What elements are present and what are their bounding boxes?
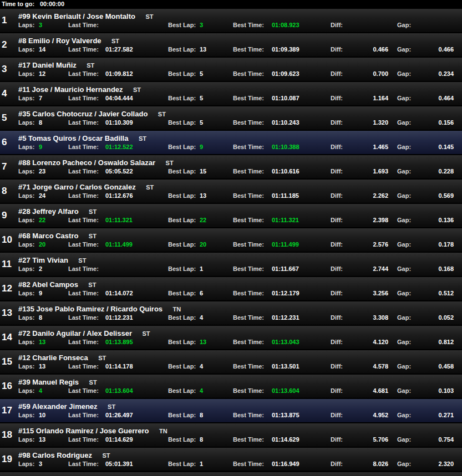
last-time-value: 01:14.178	[105, 363, 133, 370]
last-time-value: 01:12.676	[105, 192, 133, 199]
standings-row[interactable]: 11 #27 Tim Vivian ST Laps: 2 Last Time: …	[0, 253, 462, 276]
laps-label: Laps:	[18, 119, 34, 126]
last-time-label: Last Time:	[68, 290, 99, 296]
diff-value: 1.320	[337, 119, 388, 126]
position-label: 3	[2, 64, 7, 75]
standings-row[interactable]: 7 #88 Lorenzo Pacheco / Oswaldo Salazar …	[0, 155, 462, 178]
class-badge: ST	[145, 13, 153, 20]
best-lap-value: 5	[200, 119, 203, 126]
laps-label: Laps:	[18, 265, 34, 272]
driver-name: #5 Tomas Quiros / Oscar Badilla	[18, 134, 128, 142]
last-time-label: Last Time:	[68, 168, 99, 175]
laps-label: Laps:	[18, 217, 34, 223]
last-time-label: Last Time:	[68, 241, 99, 248]
diff-value: 0.466	[337, 46, 388, 53]
position-label: 16	[2, 381, 12, 392]
diff-value: 4.120	[337, 339, 388, 345]
best-lap-value: 9	[200, 144, 203, 150]
position-label: 10	[2, 234, 12, 245]
class-badge: ST	[166, 160, 174, 166]
gap-value: 0.464	[404, 95, 454, 101]
position-label: 18	[2, 429, 12, 441]
best-lap-label: Best Lap:	[168, 217, 196, 223]
laps-label: Laps:	[18, 95, 34, 101]
position-label: 7	[2, 161, 7, 172]
best-lap-value: 15	[200, 168, 206, 175]
best-lap-label: Best Lap:	[168, 387, 196, 394]
last-time-value: 01:12.231	[105, 314, 133, 321]
last-time-label: Last Time:	[68, 339, 99, 345]
laps-value: 10	[39, 412, 45, 418]
standings-row[interactable]: 3 #17 Daniel Muñiz ST Laps: 12 Last Time…	[0, 58, 462, 81]
diff-value: 4.952	[337, 412, 388, 418]
standings-row[interactable]: 15 #12 Charlie Fonseca ST Laps: 13 Last …	[0, 350, 462, 373]
driver-line: #68 Marco Castro ST	[18, 231, 97, 240]
last-time-value: 01:13.895	[105, 339, 133, 345]
position-label: 13	[2, 308, 12, 319]
driver-name: #35 Carlos Chotocruz / Javier Collado	[18, 110, 148, 118]
best-time-value: 01:09.389	[272, 46, 299, 53]
best-time-label: Best Time:	[233, 95, 264, 101]
best-lap-label: Best Lap:	[168, 339, 196, 345]
standings-row[interactable]: 9 #28 Jeffrey Alfaro ST Laps: 22 Last Ti…	[0, 204, 462, 227]
last-time-label: Last Time:	[68, 217, 99, 223]
best-time-label: Best Time:	[233, 436, 264, 443]
diff-value: 4.681	[337, 387, 388, 394]
last-time-label: Last Time:	[68, 46, 99, 53]
standings-row[interactable]: 10 #68 Marco Castro ST Laps: 20 Last Tim…	[0, 228, 462, 252]
best-time-label: Best Time:	[233, 22, 264, 28]
gap-value: 0.271	[404, 412, 454, 418]
standings-row[interactable]: 2 #8 Emilio / Roy Valverde ST Laps: 14 L…	[0, 33, 462, 57]
best-time-value: 01:10.243	[272, 119, 299, 126]
best-time-label: Best Time:	[233, 460, 264, 467]
last-time-label: Last Time:	[68, 119, 99, 126]
best-time-label: Best Time:	[233, 314, 264, 321]
standings-row[interactable]: 5 #35 Carlos Chotocruz / Javier Collado …	[0, 106, 462, 130]
driver-line: #98 Carlos Rodriguez ST	[18, 450, 110, 460]
standings-row[interactable]: 18 #115 Orlando Ramirez / Jose Guerrero …	[0, 423, 462, 447]
position-label: 5	[2, 112, 7, 124]
position-label: 2	[2, 39, 7, 50]
best-lap-label: Best Lap:	[168, 46, 196, 53]
best-lap-label: Best Lap:	[168, 460, 196, 467]
position-label: 17	[2, 405, 12, 416]
standings-row[interactable]: 13 #135 Jose Pablo Ramirez / Ricardo Qui…	[0, 301, 462, 325]
laps-value: 13	[39, 363, 45, 370]
best-lap-value: 20	[200, 241, 206, 248]
class-badge: ST	[133, 86, 141, 93]
standings-row[interactable]: 1 #99 Kevin Beriault / Jose Montalto ST …	[0, 9, 462, 32]
position-label: 9	[2, 210, 7, 221]
standings-row[interactable]: 12 #82 Abel Campos ST Laps: 9 Last Time:…	[0, 277, 462, 300]
standings-row[interactable]: 4 #11 Jose / Mauricio Hernandez ST Laps:…	[0, 82, 462, 105]
standings-row[interactable]: 17 #59 Alexander Jimenez ST Laps: 10 Las…	[0, 399, 462, 422]
class-badge: ST	[139, 135, 146, 142]
position-label: 1	[2, 15, 7, 26]
last-time-label: Last Time:	[68, 95, 99, 101]
driver-line: #59 Alexander Jimenez ST	[18, 401, 115, 411]
last-time-label: Last Time:	[68, 22, 99, 28]
driver-name: #115 Orlando Ramirez / Jose Guerrero	[18, 427, 149, 435]
driver-name: #17 Daniel Muñiz	[18, 61, 77, 69]
best-lap-label: Best Lap:	[168, 168, 196, 175]
standings-row[interactable]: 6 #5 Tomas Quiros / Oscar Badilla ST Lap…	[0, 131, 462, 154]
class-badge: ST	[78, 257, 86, 264]
standings-row[interactable]: 14 #72 Danilo Aguilar / Alex Delisser ST…	[0, 326, 462, 349]
best-time-label: Best Time:	[233, 70, 264, 77]
best-time-label: Best Time:	[233, 387, 264, 394]
laps-value: 22	[39, 217, 45, 223]
best-lap-value: 3	[200, 22, 203, 28]
standings-row[interactable]: 8 #71 Jorge Garro / Carlos Gonzalez ST L…	[0, 180, 462, 203]
last-time-value: 05:05.522	[105, 168, 133, 175]
standings-row[interactable]: 16 #39 Manuel Regis ST Laps: 4 Last Time…	[0, 375, 462, 398]
standings-row[interactable]: #103 Marco Sibaja Laps: Last Time: Best …	[0, 472, 462, 476]
position-label: 14	[2, 332, 12, 343]
position-label: 8	[2, 186, 7, 197]
last-time-label: Last Time:	[68, 363, 99, 370]
diff-value: 5.706	[337, 436, 388, 443]
position-label: 4	[2, 88, 7, 99]
diff-value: 0.700	[337, 70, 388, 77]
best-time-label: Best Time:	[233, 290, 264, 296]
driver-line: #72 Danilo Aguilar / Alex Delisser ST	[18, 328, 150, 338]
standings-row[interactable]: 19 #98 Carlos Rodriguez ST Laps: 3 Last …	[0, 448, 462, 471]
class-badge: ST	[108, 403, 115, 410]
